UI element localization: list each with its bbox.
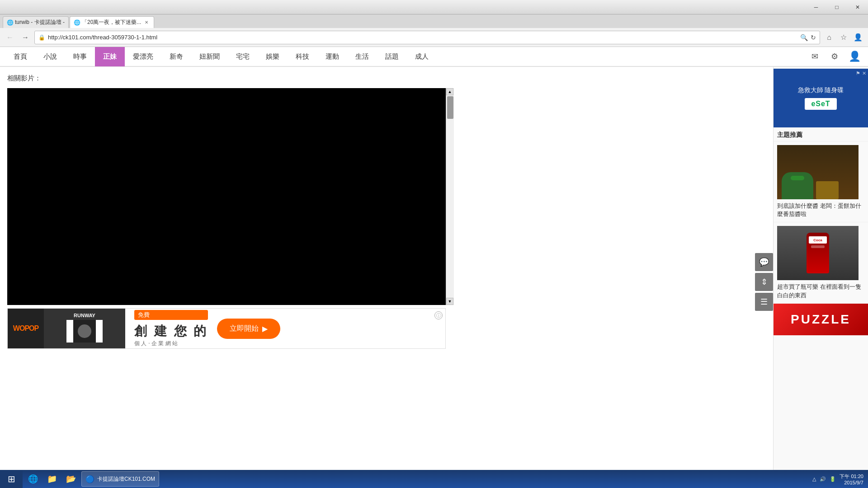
browser-actions: ⌂ ☆ 👤	[823, 31, 864, 44]
address-input[interactable]	[48, 34, 797, 41]
ad-cta-button[interactable]: 立即開始 ▶	[217, 319, 280, 339]
nav-tech[interactable]: 科技	[288, 47, 317, 66]
browser-toolbar: ← → 🔒 🔍 ↻ ⌂ ☆ 👤	[0, 28, 868, 47]
volume-icon[interactable]: 🔊	[820, 476, 826, 482]
main-content: 相關影片： ▲ ▼ WOPOP	[0, 67, 773, 488]
nav-news[interactable]: 時事	[65, 47, 95, 66]
runway-label: RUNWAY	[66, 313, 103, 318]
scroll-float-button[interactable]: ⇕	[755, 273, 773, 291]
profile-button[interactable]: 👤	[852, 31, 864, 44]
browser-content: 首頁 小說 時事 正妹 愛漂亮 新奇 妞新聞 宅宅 娛樂 科技 運動 生活 話題…	[0, 47, 868, 488]
sidebar-puzzle-ad[interactable]: PUZZLE	[774, 304, 868, 335]
ad-banner[interactable]: WOPOP RUNWAY	[7, 308, 446, 349]
ad-image: RUNWAY	[44, 308, 125, 349]
tab-1[interactable]: 🌐 turwib - 卡提諾論壇 -	[3, 16, 69, 28]
sidebar: ⚑ ✕ 急救大師 隨身碟 eSeT 主題推薦	[773, 67, 868, 488]
float-buttons: 💬 ⇕ ☰	[755, 253, 773, 311]
taskbar-explorer[interactable]: 📁	[43, 471, 61, 487]
nav-topics[interactable]: 話題	[377, 47, 407, 66]
nav-celebrity[interactable]: 妞新聞	[191, 47, 228, 66]
eset-ad-title: 急救大師 隨身碟	[798, 86, 844, 94]
chrome-icon: 🔵	[85, 475, 94, 483]
taskbar-folder[interactable]: 📂	[62, 471, 80, 487]
ad-main-text: 創 建 您 的	[134, 323, 208, 340]
nav-novel[interactable]: 小說	[35, 47, 65, 66]
taskbar-items: 🌐 📁 📂 🔵 卡提諾論壇CK101.COM	[23, 471, 808, 487]
taskbar-clock: 下午 01:20 2015/9/7	[840, 473, 863, 485]
tab-2-title: 「20萬一夜，被下迷藥...	[82, 19, 141, 26]
ad-text-section: 免費 創 建 您 的 個 人 ‧ 企 業 網 站	[125, 308, 217, 349]
window-controls: ─ □ ✕	[806, 0, 868, 14]
sidebar-card-food[interactable]: 到底該加什麼醬 老闆：蛋餅加什麼番茄醬啦	[774, 141, 868, 222]
sidebar-eset-ad[interactable]: ⚑ ✕ 急救大師 隨身碟 eSeT	[774, 69, 868, 127]
start-button[interactable]: ⊞	[0, 470, 23, 488]
scroll-up-arrow[interactable]: ▲	[446, 88, 453, 95]
back-button[interactable]: ←	[4, 31, 16, 44]
cta-play-icon: ▶	[262, 324, 268, 333]
sidebar-card-drink-title: 超市買了瓶可樂 在裡面看到一隻白白的東西	[777, 283, 864, 299]
nav-girl[interactable]: 正妹	[95, 47, 125, 66]
ad-left-section: WOPOP	[8, 309, 44, 348]
mail-icon[interactable]: ✉	[807, 48, 823, 65]
title-bar: ─ □ ✕	[0, 0, 868, 14]
favorites-button[interactable]: ☆	[837, 31, 850, 44]
nav-beauty[interactable]: 愛漂亮	[125, 47, 161, 66]
video-player[interactable]	[7, 88, 446, 305]
sidebar-section-title: 主題推薦	[774, 127, 868, 141]
scroll-thumb[interactable]	[447, 96, 453, 119]
taskbar: ⊞ 🌐 📁 📂 🔵 卡提諾論壇CK101.COM △ 🔊 🔋 下午 01:20 …	[0, 470, 868, 488]
explorer-icon: 📁	[47, 474, 57, 484]
puzzle-logo: PUZZLE	[791, 312, 851, 327]
settings-icon[interactable]: ⚙	[826, 48, 843, 65]
ad-report-icon[interactable]: ⚑	[856, 70, 860, 76]
taskbar-systray: △ 🔊 🔋 下午 01:20 2015/9/7	[808, 473, 868, 485]
maximize-button[interactable]: □	[826, 0, 847, 14]
lock-icon: 🔒	[38, 34, 45, 41]
minimize-button[interactable]: ─	[806, 0, 826, 14]
tab-2-close[interactable]: ✕	[143, 19, 150, 26]
taskbar-chrome[interactable]: 🔵 卡提諾論壇CK101.COM	[81, 471, 159, 487]
nav-sports[interactable]: 運動	[317, 47, 347, 66]
home-button[interactable]: ⌂	[823, 31, 835, 44]
clock-time: 下午 01:20	[840, 473, 863, 480]
battery-icon: 🔋	[830, 476, 836, 482]
refresh-icon[interactable]: ↻	[811, 34, 816, 41]
chat-float-button[interactable]: 💬	[755, 253, 773, 271]
cta-label: 立即開始	[230, 324, 259, 333]
forward-button[interactable]: →	[19, 31, 32, 44]
site-navigation: 首頁 小說 時事 正妹 愛漂亮 新奇 妞新聞 宅宅 娛樂 科技 運動 生活 話題…	[0, 47, 868, 67]
systray-icons: △	[812, 476, 816, 482]
close-button[interactable]: ✕	[847, 0, 868, 14]
food-card-image	[777, 145, 859, 199]
nav-weird[interactable]: 新奇	[161, 47, 191, 66]
page-content: 首頁 小說 時事 正妹 愛漂亮 新奇 妞新聞 宅宅 娛樂 科技 運動 生活 話題…	[0, 47, 868, 488]
eset-brand-logo: eSeT	[805, 98, 836, 110]
ad-sub-text: 個 人 ‧ 企 業 網 站	[134, 340, 208, 347]
nav-entertainment[interactable]: 娛樂	[258, 47, 288, 66]
related-videos-label: 相關影片：	[7, 74, 766, 83]
tabs-bar: 🌐 turwib - 卡提諾論壇 - 🌐 「20萬一夜，被下迷藥... ✕	[0, 14, 868, 28]
address-bar[interactable]: 🔒 🔍 ↻	[34, 31, 820, 44]
user-profile-icon[interactable]: 👤	[846, 48, 863, 65]
video-section: ▲ ▼	[7, 88, 446, 305]
wopop-logo: WOPOP	[13, 324, 38, 333]
drink-card-image: Coca	[777, 226, 859, 280]
nav-home[interactable]: 首頁	[5, 47, 35, 66]
sidebar-card-drink[interactable]: Coca 超市買了瓶可樂 在裡面看到一隻白白的東西	[774, 222, 868, 303]
nav-life[interactable]: 生活	[347, 47, 377, 66]
ad-close-btn[interactable]: ✕	[862, 70, 866, 76]
tab-1-favicon: 🌐	[7, 19, 13, 26]
ad-info-button[interactable]: ⓘ	[434, 311, 443, 319]
taskbar-active-tab-title: 卡提諾論壇CK101.COM	[97, 475, 155, 483]
tab-2[interactable]: 🌐 「20萬一夜，被下迷藥... ✕	[70, 16, 154, 28]
scroll-down-arrow[interactable]: ▼	[446, 298, 453, 305]
tab-2-favicon: 🌐	[74, 19, 80, 26]
ie-icon: 🌐	[28, 474, 38, 484]
list-float-button[interactable]: ☰	[755, 293, 773, 311]
tab-1-title: turwib - 卡提諾論壇 -	[15, 19, 65, 26]
video-scrollbar[interactable]: ▲ ▼	[446, 88, 454, 305]
taskbar-ie[interactable]: 🌐	[24, 471, 42, 487]
search-icon[interactable]: 🔍	[800, 34, 808, 41]
nav-otaku[interactable]: 宅宅	[228, 47, 258, 66]
nav-adult[interactable]: 成人	[407, 47, 437, 66]
